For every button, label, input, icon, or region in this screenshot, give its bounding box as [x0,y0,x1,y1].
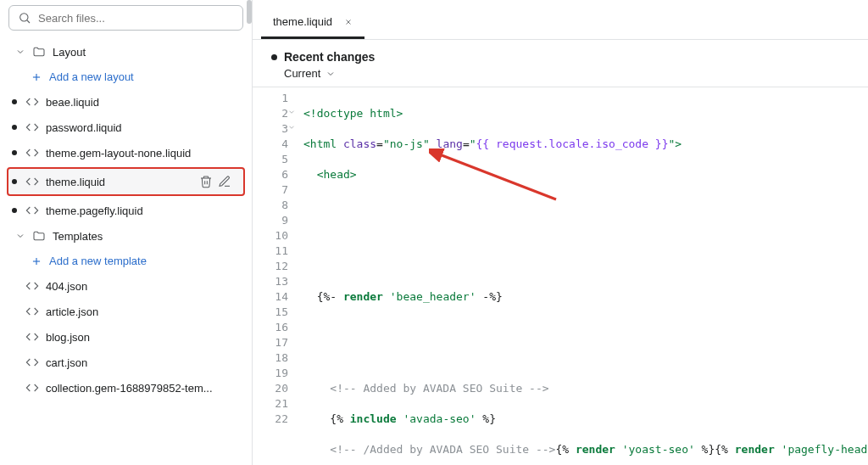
code-icon [25,279,39,293]
line-number-gutter: 1 2 3 45678910111213141516171819202122 [253,87,297,465]
chevron-down-icon [326,69,336,79]
tab-theme-liquid[interactable]: theme.liquid [261,8,364,39]
code-content[interactable]: <!doctype html> <html class="no-js" lang… [297,87,868,465]
main: theme.liquid Recent changes Current 1 2 … [253,0,868,465]
code-editor[interactable]: 1 2 3 45678910111213141516171819202122 <… [253,87,868,465]
recent-changes-dropdown[interactable]: Current [284,67,868,80]
code-icon [25,120,39,134]
file-theme-gem-layout[interactable]: theme.gem-layout-none.liquid [0,140,252,165]
plus-icon [31,255,42,267]
search-box[interactable] [8,5,243,31]
tab-bar: theme.liquid [253,0,868,40]
code-icon [25,204,39,217]
file-theme-liquid[interactable]: theme.liquid [7,167,245,196]
code-icon [25,175,39,188]
svg-line-1 [27,20,30,23]
chevron-down-icon [15,47,25,57]
file-password-liquid[interactable]: password.liquid [0,115,252,140]
folder-layout[interactable]: Layout [0,39,252,64]
folder-icon [32,45,46,59]
tab-label: theme.liquid [273,15,332,28]
fold-icon[interactable] [287,108,296,116]
code-icon [25,381,39,395]
rename-icon[interactable] [218,175,231,188]
file-beae-liquid[interactable]: beae.liquid [0,89,252,115]
folder-label: Templates [53,230,103,243]
plus-icon [31,71,42,83]
search-icon [18,11,31,25]
close-icon[interactable] [344,18,353,26]
folder-icon [32,229,46,243]
search-input[interactable] [38,12,234,25]
file-404-json[interactable]: 404.json [0,273,252,299]
file-collection-gem[interactable]: collection.gem-1688979852-tem... [0,375,252,401]
sidebar: Layout Add a new layout beae.liquid pass… [0,0,253,465]
code-icon [25,356,39,369]
folder-templates[interactable]: Templates [0,223,252,249]
code-icon [25,305,39,318]
svg-point-0 [20,14,28,21]
file-tree: Layout Add a new layout beae.liquid pass… [0,36,252,465]
code-icon [25,146,39,160]
file-article-json[interactable]: article.json [0,299,252,324]
file-blog-json[interactable]: blog.json [0,324,252,350]
recent-changes-title: Recent changes [271,50,868,64]
trash-icon[interactable] [199,175,213,188]
code-icon [25,330,39,344]
code-icon [25,95,39,109]
recent-changes: Recent changes Current [253,40,868,87]
add-template-button[interactable]: Add a new template [0,249,252,273]
folder-label: Layout [53,46,86,59]
file-cart-json[interactable]: cart.json [0,350,252,375]
sidebar-scrollbar[interactable] [245,0,252,465]
file-theme-pagefly[interactable]: theme.pagefly.liquid [0,198,252,223]
add-layout-button[interactable]: Add a new layout [0,64,252,89]
chevron-down-icon [15,231,25,241]
fold-icon[interactable] [287,123,296,132]
